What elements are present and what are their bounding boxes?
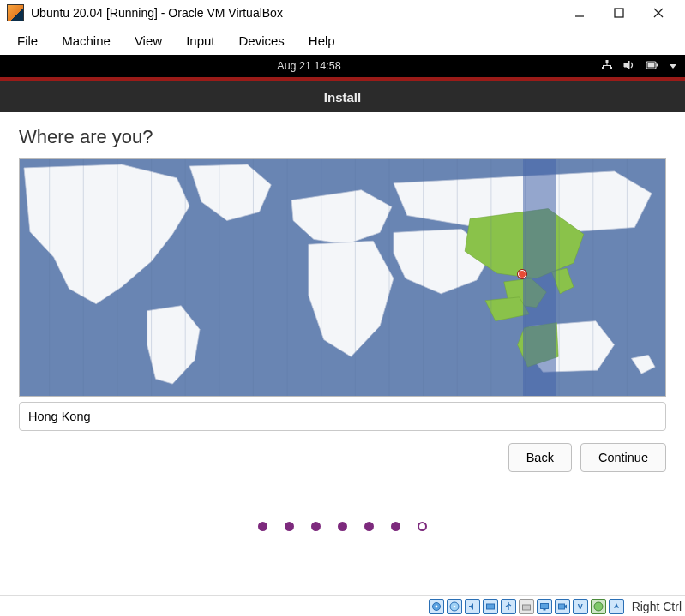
menu-devices[interactable]: Devices <box>227 28 297 53</box>
installer-content: Where are you? <box>0 112 685 531</box>
chevron-down-icon <box>670 64 676 69</box>
vbox-menubar: File Machine View Input Devices Help <box>0 26 685 55</box>
svg-marker-45 <box>614 603 619 608</box>
shared-folder-icon[interactable] <box>519 599 534 614</box>
svg-rect-14 <box>648 63 655 67</box>
page-title: Where are you? <box>19 126 666 148</box>
svg-rect-39 <box>522 605 530 610</box>
system-tray[interactable] <box>601 59 685 74</box>
menu-help[interactable]: Help <box>297 28 347 53</box>
menu-view[interactable]: View <box>123 28 174 53</box>
install-header: Install <box>0 81 685 112</box>
svg-rect-40 <box>540 603 548 608</box>
guest-additions-icon[interactable] <box>591 599 606 614</box>
svg-point-44 <box>594 602 603 611</box>
svg-rect-10 <box>610 65 611 68</box>
svg-marker-37 <box>469 603 473 610</box>
location-pin-icon <box>518 270 526 278</box>
nav-buttons: Back Continue <box>19 443 666 481</box>
timezone-input[interactable] <box>19 402 666 431</box>
virtualbox-logo-icon <box>7 4 24 21</box>
menu-input[interactable]: Input <box>174 28 226 53</box>
ubuntu-topbar: Aug 21 14:58 <box>0 55 685 77</box>
continue-button[interactable]: Continue <box>580 443 666 472</box>
svg-rect-41 <box>543 609 545 611</box>
battery-icon <box>646 60 659 73</box>
mouse-integration-icon[interactable] <box>609 599 624 614</box>
volume-icon <box>623 59 635 74</box>
svg-marker-11 <box>624 61 629 69</box>
window-minimize-button[interactable] <box>560 1 599 25</box>
audio-icon[interactable] <box>465 599 480 614</box>
network-icon <box>601 59 613 74</box>
progress-dot <box>311 522 321 531</box>
vboxvm-indicator-icon[interactable]: V <box>573 599 588 614</box>
svg-rect-13 <box>657 63 658 66</box>
vbox-titlebar: Ubuntu 20.04 [Running] - Oracle VM Virtu… <box>0 0 685 26</box>
svg-rect-42 <box>558 604 564 609</box>
progress-dot <box>364 522 374 531</box>
hard-disk-icon[interactable] <box>429 599 444 614</box>
svg-rect-9 <box>603 65 604 68</box>
world-map-svg <box>20 159 665 396</box>
progress-dots <box>19 522 666 531</box>
window-maximize-button[interactable] <box>599 1 639 25</box>
display-icon[interactable] <box>537 599 552 614</box>
usb-icon[interactable] <box>501 599 516 614</box>
menu-file[interactable]: File <box>5 28 50 53</box>
clock[interactable]: Aug 21 14:58 <box>17 60 601 72</box>
progress-dot <box>418 522 427 531</box>
hostkey-label: Right Ctrl <box>632 600 682 613</box>
svg-rect-38 <box>486 604 494 609</box>
window-title: Ubuntu 20.04 [Running] - Oracle VM Virtu… <box>31 6 283 20</box>
network-adapter-icon[interactable] <box>483 599 498 614</box>
svg-point-36 <box>453 605 455 607</box>
recording-icon[interactable] <box>555 599 570 614</box>
window-close-button[interactable] <box>639 1 678 25</box>
timezone-map[interactable] <box>19 158 666 397</box>
back-button[interactable]: Back <box>508 443 572 472</box>
progress-dot <box>285 522 294 531</box>
svg-rect-4 <box>606 60 609 63</box>
progress-dot <box>391 522 400 531</box>
vbox-statusbar: V Right Ctrl <box>0 595 685 616</box>
progress-dot <box>258 522 267 531</box>
optical-disc-icon[interactable] <box>447 599 462 614</box>
svg-rect-8 <box>603 65 611 66</box>
svg-point-34 <box>435 605 437 607</box>
menu-machine[interactable]: Machine <box>50 28 123 53</box>
svg-rect-1 <box>615 9 623 17</box>
progress-dot <box>338 522 347 531</box>
